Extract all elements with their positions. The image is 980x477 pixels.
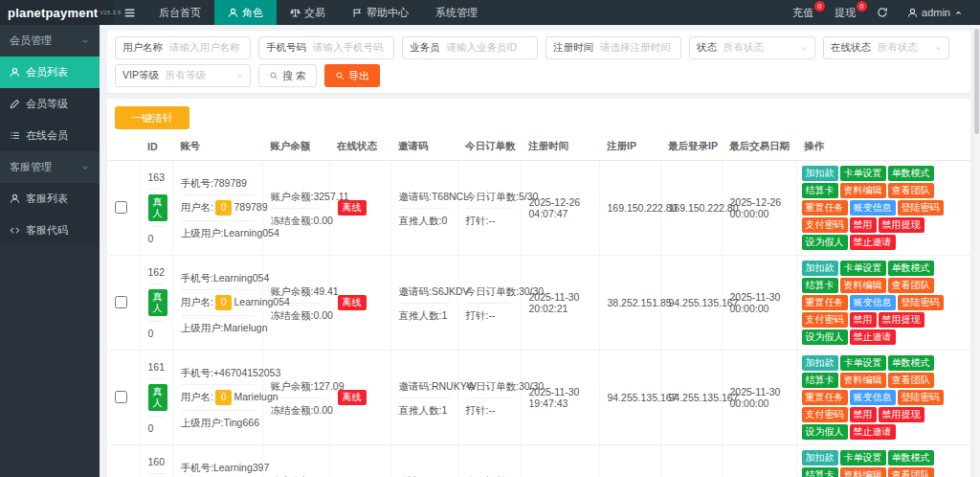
nav-tab-1[interactable]: 后台首页 <box>145 0 214 25</box>
nav-tab-5[interactable]: 系统管理 <box>422 0 491 25</box>
refresh-icon[interactable] <box>867 0 898 25</box>
row-checkbox[interactable] <box>115 296 127 308</box>
export-button[interactable]: 导出 <box>324 64 380 87</box>
action-button-单数模式[interactable]: 单数模式 <box>888 355 934 371</box>
member-id: 161 <box>148 360 165 374</box>
action-button-卡单设置[interactable]: 卡单设置 <box>840 166 886 181</box>
action-button-禁用[interactable]: 禁用 <box>850 407 877 422</box>
action-button-结算卡[interactable]: 结算卡 <box>802 183 838 198</box>
user-menu[interactable]: admin <box>900 7 970 18</box>
nav-tab-2[interactable]: 角色 <box>214 0 277 25</box>
action-button-结算卡[interactable]: 结算卡 <box>802 373 838 388</box>
action-button-支付密码[interactable]: 支付密码 <box>802 217 848 233</box>
action-button-卡单设置[interactable]: 卡单设置 <box>840 261 886 276</box>
action-button-禁用提现[interactable]: 禁用提现 <box>879 312 924 328</box>
action-button-卡单设置[interactable]: 卡单设置 <box>840 450 886 466</box>
action-button-查看团队[interactable]: 查看团队 <box>888 373 934 388</box>
action-button-资料编辑[interactable]: 资料编辑 <box>840 467 886 477</box>
action-button-查看团队[interactable]: 查看团队 <box>888 278 934 293</box>
action-button-单数模式[interactable]: 单数模式 <box>888 450 934 466</box>
recharge-button[interactable]: 充值 0 <box>783 0 823 25</box>
action-button-结算卡[interactable]: 结算卡 <box>802 278 838 293</box>
action-button-查看团队[interactable]: 查看团队 <box>888 467 934 477</box>
nav-tab-4[interactable]: 帮助中心 <box>339 0 422 25</box>
scrollbar-thumb[interactable] <box>974 29 979 134</box>
filter-input-field[interactable]: 请输入用户名称 <box>169 41 250 55</box>
action-button-加扣款[interactable]: 加扣款 <box>802 166 838 181</box>
filter-select-2[interactable]: 在线状态所有状态 <box>823 36 949 59</box>
action-button-加扣款[interactable]: 加扣款 <box>802 450 838 466</box>
member-id: 160 <box>148 455 165 468</box>
action-button-禁用提现[interactable]: 禁用提现 <box>879 407 924 422</box>
action-button-查看团队[interactable]: 查看团队 <box>888 183 934 198</box>
action-button-重置任务[interactable]: 重置任务 <box>802 295 848 310</box>
chevron-down-icon <box>235 72 244 80</box>
sidebar-item-会员列表[interactable]: 会员列表 <box>0 57 100 88</box>
action-button-加扣款[interactable]: 加扣款 <box>802 261 838 276</box>
orders-cell: 今日订单数:0/30打针:-- <box>457 445 521 477</box>
sidebar-item-客服列表[interactable]: 客服列表 <box>0 183 100 215</box>
filter-input-3: 业务员请输入业务员ID <box>402 36 538 59</box>
id-cell: 162真人0 <box>140 256 172 351</box>
filter-select-vip[interactable]: VIP等级所有等级 <box>115 64 251 87</box>
account-balance: 账户余额:3257.11 <box>271 190 322 203</box>
row-checkbox[interactable] <box>115 201 127 214</box>
search-button[interactable]: 搜 索 <box>258 64 317 87</box>
frozen-amount: 冻结金额:0.00 <box>271 308 322 322</box>
action-button-资料编辑[interactable]: 资料编辑 <box>840 183 886 198</box>
action-button-结算卡[interactable]: 结算卡 <box>802 467 838 477</box>
action-button-禁止邀请[interactable]: 禁止邀请 <box>850 235 896 250</box>
action-button-单数模式[interactable]: 单数模式 <box>888 166 934 181</box>
action-button-重置任务[interactable]: 重置任务 <box>802 390 848 405</box>
action-button-设为假人[interactable]: 设为假人 <box>802 235 848 250</box>
action-button-资料编辑[interactable]: 资料编辑 <box>840 373 886 388</box>
action-button-支付密码[interactable]: 支付密码 <box>802 407 848 422</box>
action-button-重置任务[interactable]: 重置任务 <box>802 200 848 216</box>
row-checkbox[interactable] <box>115 391 127 403</box>
filter-select-1[interactable]: 状态所有状态 <box>689 36 815 59</box>
action-button-账变信息[interactable]: 账变信息 <box>850 390 896 405</box>
action-button-账变信息[interactable]: 账变信息 <box>850 200 896 216</box>
action-button-资料编辑[interactable]: 资料编辑 <box>840 278 886 293</box>
action-button-禁止邀请[interactable]: 禁止邀请 <box>850 329 896 345</box>
member-type-badge: 真人 <box>148 384 167 411</box>
action-button-单数模式[interactable]: 单数模式 <box>888 261 934 276</box>
sidebar-group-1[interactable]: 会员管理 <box>0 25 100 57</box>
filter-input-field[interactable]: 请选择注册时间 <box>600 41 680 55</box>
id-cell: 161真人0 <box>140 351 172 445</box>
recharge-badge: 0 <box>814 1 825 11</box>
filter-input-field[interactable]: 请输入业务员ID <box>447 41 538 55</box>
action-button-卡单设置[interactable]: 卡单设置 <box>840 355 886 371</box>
action-button-登陆密码[interactable]: 登陆密码 <box>898 390 944 405</box>
username-badge: 0 <box>215 390 233 405</box>
sidebar-group-2[interactable]: 客服管理 <box>0 151 100 183</box>
filter-select-value: 所有状态 <box>878 41 928 55</box>
filter-input-field[interactable]: 请输入手机号码 <box>313 41 393 55</box>
sidebar-item-会员等级[interactable]: 会员等级 <box>0 88 100 120</box>
column-header: 最后登录IP <box>660 133 722 161</box>
withdraw-button[interactable]: 提现 0 <box>825 0 865 25</box>
sidebar-item-label: 会员等级 <box>26 97 68 111</box>
nav-tab-3[interactable]: 交易 <box>277 0 339 25</box>
sidebar-item-在线会员[interactable]: 在线会员 <box>0 120 100 151</box>
action-button-登陆密码[interactable]: 登陆密码 <box>898 295 944 310</box>
action-button-账变信息[interactable]: 账变信息 <box>850 295 896 310</box>
sidebar-item-客服代码[interactable]: 客服代码 <box>0 215 100 246</box>
nav-right: 充值 0 提现 0 admin <box>783 0 980 25</box>
scales-icon <box>290 8 301 18</box>
action-button-设为假人[interactable]: 设为假人 <box>802 329 848 345</box>
clear-needle-button[interactable]: 一键清针 <box>115 106 189 129</box>
menu-toggle-icon[interactable] <box>113 0 145 25</box>
action-button-设为假人[interactable]: 设为假人 <box>802 424 848 440</box>
action-button-加扣款[interactable]: 加扣款 <box>802 355 838 371</box>
offline-badge: 离线 <box>338 200 367 216</box>
member-id: 163 <box>148 170 165 184</box>
action-button-禁用[interactable]: 禁用 <box>850 312 877 328</box>
page-scrollbar[interactable] <box>973 25 980 477</box>
action-button-登陆密码[interactable]: 登陆密码 <box>898 200 944 216</box>
action-button-禁止邀请[interactable]: 禁止邀请 <box>850 424 896 440</box>
action-button-禁用[interactable]: 禁用 <box>850 217 877 233</box>
member-type-badge: 真人 <box>148 194 167 221</box>
action-button-禁用提现[interactable]: 禁用提现 <box>879 217 924 233</box>
action-button-支付密码[interactable]: 支付密码 <box>802 312 848 328</box>
